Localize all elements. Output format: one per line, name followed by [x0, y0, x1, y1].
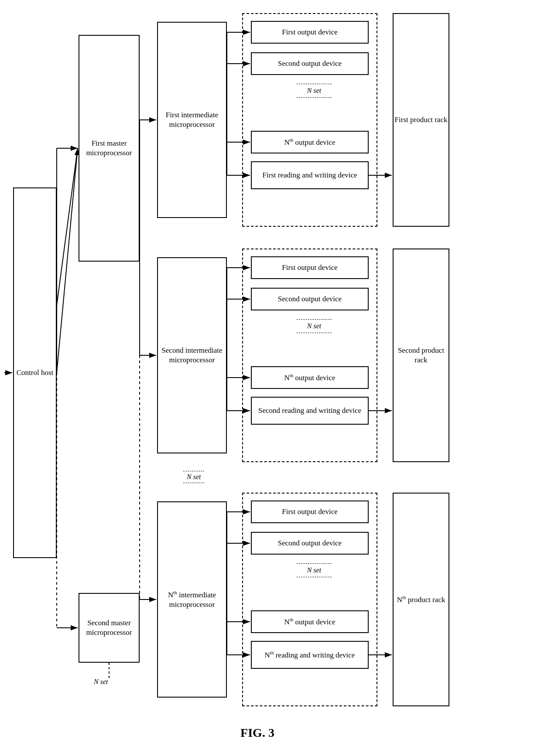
- g2-out1-label: First output device: [282, 263, 337, 272]
- g2-out2-box: Second output device: [251, 288, 369, 310]
- g3-nset-label: N set: [297, 563, 332, 577]
- n-set-intermediate-label: N set: [183, 471, 204, 483]
- g3-out2-label: Second output device: [278, 538, 342, 548]
- first-master-label: First master microprocessor: [79, 139, 139, 158]
- first-intermediate-box: First intermediate microprocessor: [157, 22, 227, 218]
- g1-out2-label: Second output device: [278, 59, 342, 68]
- g2-out2-label: Second output device: [278, 294, 342, 304]
- group2-container: [242, 249, 377, 462]
- g2-rw-box: Second reading and writing device: [251, 397, 369, 425]
- svg-line-3: [57, 148, 78, 305]
- g3-out1-label: First output device: [282, 507, 337, 517]
- g2-nset-label: N set: [297, 319, 332, 333]
- fig-label: FIG. 3: [214, 726, 301, 740]
- second-master-label: Second master microprocessor: [79, 618, 139, 637]
- g2-outn-label: Nth output device: [284, 372, 335, 383]
- g2-outn-box: Nth output device: [251, 366, 369, 389]
- nth-intermediate-box: Nth intermediate microprocessor: [157, 501, 227, 698]
- g1-nset-label: N set: [297, 84, 332, 98]
- second-master-box: Second master microprocessor: [79, 593, 140, 663]
- g3-rw-box: Nth reading and writing device: [251, 641, 369, 669]
- first-master-box: First master microprocessor: [79, 35, 140, 262]
- control-host-box: Control host: [13, 187, 57, 558]
- second-intermediate-label: Second intermediate microprocessor: [158, 346, 226, 365]
- g2-rw-label: Second reading and writing device: [258, 406, 361, 415]
- nth-rack-label: Nth product rack: [397, 594, 445, 605]
- g3-rw-label: Nth reading and writing device: [265, 650, 355, 660]
- group3-container: [242, 493, 377, 706]
- g1-rw-label: First reading and writing device: [262, 170, 357, 180]
- g3-out2-box: Second output device: [251, 532, 369, 555]
- svg-line-2: [57, 148, 78, 373]
- second-intermediate-box: Second intermediate microprocessor: [157, 257, 227, 453]
- first-rack-label: First product rack: [395, 115, 448, 125]
- first-intermediate-label: First intermediate microprocessor: [158, 110, 226, 129]
- second-rack-box: Second product rack: [393, 249, 449, 462]
- g3-outn-label: Nth output device: [284, 616, 335, 627]
- group1-container: [242, 13, 377, 227]
- g1-out1-label: First output device: [282, 27, 337, 37]
- g1-out2-box: Second output device: [251, 52, 369, 75]
- g3-outn-box: Nth output device: [251, 610, 369, 633]
- first-rack-box: First product rack: [393, 13, 449, 227]
- n-set-master-label: N set: [94, 678, 108, 686]
- g1-outn-label: Nth output device: [284, 137, 335, 147]
- second-rack-label: Second product rack: [394, 346, 449, 365]
- control-host-label: Control host: [17, 368, 54, 378]
- nth-intermediate-label: Nth intermediate microprocessor: [158, 589, 226, 610]
- nth-rack-box: Nth product rack: [393, 493, 449, 706]
- g1-out1-box: First output device: [251, 21, 369, 44]
- g1-rw-box: First reading and writing device: [251, 161, 369, 189]
- g1-outn-box: Nth output device: [251, 131, 369, 153]
- g3-out1-box: First output device: [251, 501, 369, 523]
- g2-out1-box: First output device: [251, 256, 369, 279]
